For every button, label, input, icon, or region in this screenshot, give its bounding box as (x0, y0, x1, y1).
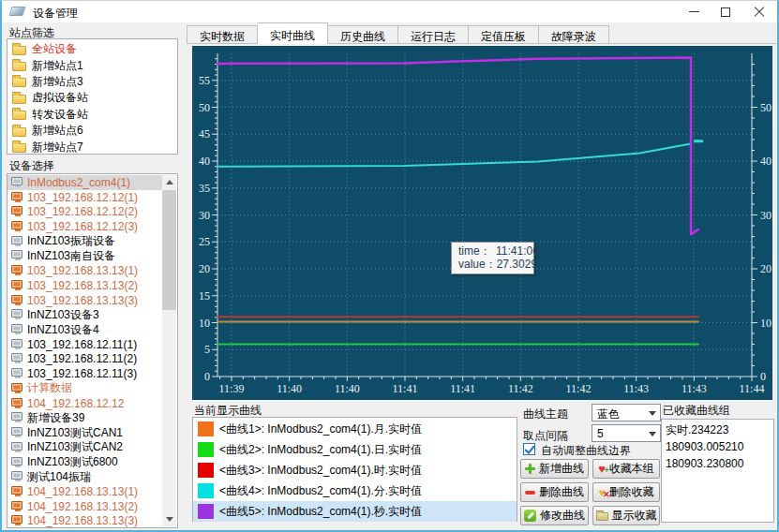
legend-text: <曲线1>: InModbus2_com4(1).月.实时值 (219, 421, 422, 437)
device-item[interactable]: InNZ103测试6800 (7, 455, 162, 470)
device-item[interactable]: 103_192.168.13.13(2) (7, 278, 162, 293)
device-item[interactable]: 103_192.168.12.12(2) (7, 204, 162, 219)
device-label: InNZ103设备4 (27, 322, 99, 337)
svg-text:11:42: 11:42 (566, 382, 592, 395)
station-label: 虚拟设备站 (32, 90, 88, 106)
device-item[interactable]: 103_192.168.13.13(1) (7, 263, 162, 278)
device-label: 测试104振瑞 (27, 469, 91, 484)
legend-item[interactable]: <曲线5>: InModbus2_com4(1).秒.实时值 (193, 501, 517, 522)
device-item[interactable]: 103_192.168.13.13(3) (7, 293, 162, 308)
monitor-icon (11, 206, 22, 214)
svg-text:11:43: 11:43 (682, 382, 707, 395)
station-item[interactable]: 虚拟设备站 (7, 90, 177, 106)
station-item[interactable]: 转发设备站 (7, 107, 177, 123)
device-item[interactable]: InNZ103南自设备 (7, 249, 162, 264)
legend-item[interactable]: <曲线4>: InModbus2_com4(1).分.实时值 (193, 480, 517, 501)
device-item[interactable]: 测试104振瑞 (7, 469, 162, 484)
monitor-icon (11, 339, 22, 347)
svg-text:50: 50 (760, 101, 772, 114)
tab-历史曲线[interactable]: 历史曲线 (328, 25, 398, 44)
scroll-up-icon[interactable] (162, 175, 176, 189)
minimize-button[interactable] (678, 1, 710, 22)
device-item[interactable]: 103_192.168.12.11(1) (7, 337, 162, 352)
device-label: InNZ103测试6800 (27, 455, 118, 470)
tooltip-time-label: time： (458, 244, 496, 258)
delete-favorite-button[interactable]: ♥删除收藏 (592, 482, 660, 502)
favorite-group-item[interactable]: 180903.005210 (666, 438, 773, 455)
device-item[interactable]: InModbus2_com4(1) (7, 175, 162, 190)
station-item[interactable]: 新增站点3 (7, 74, 177, 90)
tab-实时数据[interactable]: 实时数据 (187, 25, 258, 44)
station-item[interactable]: 新增站点1 (7, 57, 177, 73)
favorite-group-item[interactable]: 实时.234223 (666, 421, 773, 438)
tab-实时曲线[interactable]: 实时曲线 (258, 22, 328, 44)
favorite-group-button[interactable]: ♥收藏本组 (592, 459, 660, 479)
tab-定值压板[interactable]: 定值压板 (469, 25, 539, 44)
device-item[interactable]: InNZ103设备4 (7, 322, 162, 337)
device-item[interactable]: 104_192.168.13.13(2) (7, 499, 162, 514)
folder-icon (12, 111, 26, 120)
tab-运行日志[interactable]: 运行日志 (398, 25, 469, 44)
maximize-button[interactable] (710, 1, 742, 22)
station-label: 新增站点7 (32, 140, 83, 155)
minimize-icon (689, 11, 699, 12)
curve-theme-dropdown[interactable]: 蓝色 (592, 404, 661, 421)
monitor-icon (11, 427, 22, 436)
device-item[interactable]: 103_192.168.12.11(3) (7, 366, 162, 381)
monitor-icon (11, 457, 22, 466)
favorite-group-item[interactable]: 180903.230800 (666, 455, 773, 472)
device-item[interactable]: 计算数据 (7, 381, 162, 396)
modify-curve-button[interactable]: 修改曲线 (520, 506, 589, 525)
device-label: 103_192.168.12.12(2) (27, 205, 138, 218)
device-label: 103_192.168.12.12(3) (27, 220, 138, 233)
curve-theme-label: 曲线主题 (523, 406, 568, 422)
scrollbar-thumb[interactable] (162, 190, 176, 310)
device-item[interactable]: 104_192.168.13.13(3) (7, 514, 162, 528)
device-label: 104_192.168.13.13(1) (27, 485, 138, 498)
device-item[interactable]: InNZ103测试CAN1 (7, 425, 162, 440)
monitor-icon (11, 383, 22, 392)
auto-adjust-checkbox[interactable] (523, 443, 535, 455)
station-item[interactable]: 新增站点7 (7, 139, 177, 155)
station-item[interactable]: 全站设备 (7, 41, 177, 57)
close-button[interactable] (743, 1, 775, 22)
show-favorite-button[interactable]: 显示收藏 (592, 506, 660, 525)
device-item[interactable]: 104_192.168.12.12 (7, 396, 162, 411)
device-item[interactable]: InNZ103测试CAN2 (7, 440, 162, 455)
delete-curve-button[interactable]: 删除曲线 (520, 482, 589, 502)
realtime-curve-chart[interactable]: 05101520253035404550550102030405011:3911… (192, 46, 772, 400)
device-label: InNZ103振瑞设备 (27, 234, 115, 249)
point-interval-dropdown[interactable]: 5 (592, 424, 661, 442)
chevron-down-icon (649, 411, 656, 416)
monitor-icon (11, 192, 22, 200)
station-item[interactable]: 新增站点6 (7, 123, 177, 139)
legend-item[interactable]: <曲线2>: InModbus2_com4(1).日.实时值 (193, 439, 517, 460)
legend-item[interactable]: <曲线3>: InModbus2_com4(1).时.实时值 (193, 460, 517, 480)
monitor-icon (11, 471, 22, 480)
device-label: 104_192.168.13.13(3) (27, 514, 138, 527)
monitor-icon (11, 324, 22, 332)
add-curve-button[interactable]: 新增曲线 (520, 459, 589, 479)
tooltip-value-value: 27.3029 (497, 258, 537, 271)
svg-text:45: 45 (199, 127, 210, 140)
svg-text:30: 30 (199, 209, 210, 222)
folder-icon (12, 78, 26, 87)
device-item[interactable]: 103_192.168.12.12(3) (7, 219, 162, 234)
device-item[interactable]: InNZ103设备3 (7, 307, 162, 322)
device-item[interactable]: 103_192.168.12.12(1) (7, 190, 162, 205)
chart-canvas[interactable]: 05101520253035404550550102030405011:3911… (192, 46, 772, 400)
device-item[interactable]: 新增设备39 (7, 411, 162, 426)
svg-text:25: 25 (199, 235, 210, 248)
svg-text:11:39: 11:39 (219, 382, 245, 395)
tab-故障录波[interactable]: 故障录波 (539, 25, 609, 44)
device-list-scrollbar[interactable] (162, 175, 176, 526)
svg-text:11:44: 11:44 (740, 382, 765, 395)
device-item[interactable]: 104_192.168.13.13(1) (7, 484, 162, 499)
svg-text:20: 20 (760, 262, 772, 275)
device-item[interactable]: 103_192.168.12.11(2) (7, 352, 162, 367)
svg-text:55: 55 (199, 74, 210, 87)
legend-item[interactable]: <曲线1>: InModbus2_com4(1).月.实时值 (193, 419, 517, 439)
device-item[interactable]: InNZ103振瑞设备 (7, 234, 162, 249)
scroll-down-icon[interactable] (162, 512, 176, 526)
tooltip-time-value: 11:41:06 (496, 244, 539, 258)
